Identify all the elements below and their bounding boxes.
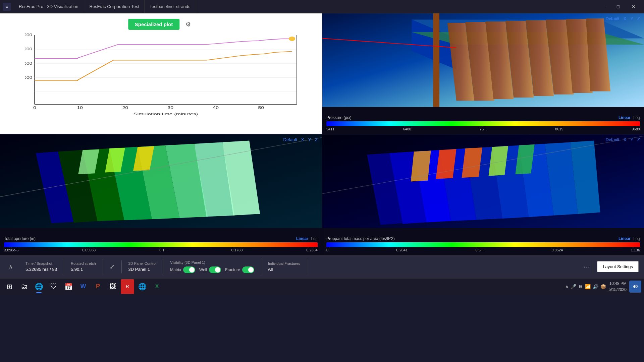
taskbar-file-explorer[interactable]: 🗂: [17, 279, 31, 294]
close-button[interactable]: ✕: [626, 0, 641, 13]
svg-rect-36: [433, 13, 439, 107]
matrix-toggle[interactable]: [183, 266, 195, 273]
well-toggle[interactable]: [209, 266, 221, 273]
proppant-linear-btn[interactable]: Linear: [619, 236, 631, 241]
pressure-3d-view[interactable]: [322, 13, 644, 107]
specialized-plot-button[interactable]: Specialized plot: [128, 19, 179, 30]
chart-toolbar: Specialized plot ⚙: [124, 16, 198, 33]
panel-control-label: 3D Panel Control: [128, 261, 157, 265]
proppant-z-view-btn[interactable]: Z: [637, 137, 640, 142]
proppant-x-view-btn[interactable]: X: [624, 137, 627, 142]
z-view-btn[interactable]: Z: [637, 16, 640, 21]
y-view-btn[interactable]: Y: [630, 16, 633, 21]
time-label: Time / Snapshot: [25, 261, 57, 265]
well-toggle-group: Well: [199, 266, 221, 273]
svg-text:30: 30: [168, 106, 173, 110]
svg-text:20: 20: [122, 106, 128, 110]
visibility-label: Visibility (3D Panel 1): [170, 260, 254, 264]
aperture-linear-btn[interactable]: Linear: [296, 236, 308, 241]
taskbar-calendar[interactable]: 📅: [62, 279, 75, 294]
pressure-colorbar-values: 5411 6480 75... 8619 9689: [326, 127, 640, 131]
proppant-panel: Default X Y Z: [322, 134, 644, 255]
pressure-panel: Default X Y Z: [322, 13, 644, 134]
taskbar-powerpoint[interactable]: P: [91, 279, 105, 294]
aperture-x-view-btn[interactable]: X: [301, 137, 304, 142]
notification-badge[interactable]: 40: [629, 281, 641, 293]
aperture-y-view-btn[interactable]: Y: [308, 137, 311, 142]
aperture-panel: Default X Y Z: [0, 134, 322, 255]
panel-control-value: 3D Panel 1: [128, 267, 157, 272]
fracture-toggle[interactable]: [242, 266, 254, 273]
individual-value: All: [268, 267, 300, 272]
svg-marker-65: [411, 150, 431, 181]
more-options-button[interactable]: ···: [580, 260, 593, 274]
dropbox-icon: 📦: [600, 284, 606, 289]
aperture-colorbar: Total aperture (in) Linear Log 3.898e-5 …: [0, 234, 322, 255]
svg-text:50: 50: [258, 106, 264, 110]
svg-text:40: 40: [213, 106, 219, 110]
time-snapshot-item: Time / Snapshot 5.32685 hrs / 83: [19, 259, 64, 275]
default-view-btn[interactable]: Default: [606, 16, 620, 21]
taskbar-edge[interactable]: 🌐: [136, 279, 149, 294]
collapse-button[interactable]: ∧: [5, 261, 16, 272]
chevron-up-icon[interactable]: ∧: [565, 284, 569, 289]
menu-icon: ≡: [5, 4, 8, 9]
taskbar-chrome[interactable]: 🌐: [32, 279, 46, 294]
svg-point-7: [289, 37, 296, 41]
visibility-toggles: Matrix Well Fracture: [170, 266, 254, 273]
maximize-button[interactable]: □: [610, 0, 626, 13]
matrix-label: Matrix: [170, 267, 181, 272]
pressure-log-btn[interactable]: Log: [633, 115, 640, 120]
pressure-linear-btn[interactable]: Linear: [619, 115, 631, 120]
proppant-colorbar: Proppant total mass per area (lbs/ft^2) …: [322, 234, 644, 255]
layout-settings-button[interactable]: Layout Settings: [597, 261, 639, 272]
svg-text:Simulation time (minutes): Simulation time (minutes): [133, 112, 198, 116]
aperture-default-view-btn[interactable]: Default: [283, 137, 297, 142]
minimize-button[interactable]: ─: [595, 0, 610, 13]
company-title: ResFrac Corporation-Test: [84, 0, 145, 13]
app-title: ResFrac Pro - 3D Visualization: [13, 0, 84, 13]
aperture-log-btn[interactable]: Log: [311, 236, 318, 241]
bottom-bar: ∧ Time / Snapshot 5.32685 hrs / 83 Rotat…: [0, 255, 644, 278]
start-button[interactable]: ⊞: [3, 279, 16, 294]
time-display: 10:48 PM: [609, 281, 627, 287]
stretch-label: Rotated stretch: [71, 261, 96, 265]
aperture-colorbar-gradient: [4, 242, 318, 247]
taskbar-word[interactable]: W: [76, 279, 90, 294]
chart-settings-button[interactable]: ⚙: [183, 19, 194, 30]
screen-icon: 🖥: [578, 284, 583, 289]
svg-text:8000: 8000: [25, 33, 32, 37]
taskbar-defender[interactable]: 🛡: [47, 279, 60, 294]
taskbar-excel[interactable]: X: [150, 279, 164, 294]
x-view-btn[interactable]: X: [624, 16, 627, 21]
fracture-toggle-group: Fracture: [225, 266, 254, 273]
aperture-3d-view[interactable]: [0, 134, 322, 228]
app-icon: ≡: [3, 3, 11, 11]
svg-text:2000: 2000: [25, 76, 32, 80]
aperture-z-view-btn[interactable]: Z: [315, 137, 318, 142]
proppant-3d-view[interactable]: [322, 134, 644, 228]
panel-control-item: 3D Panel Control 3D Panel 1: [122, 259, 164, 275]
svg-text:4000: 4000: [25, 61, 32, 65]
taskbar-photos[interactable]: 🖼: [106, 279, 119, 294]
aperture-colorbar-values: 3.898e-5 0.05963 0.1... 0.1788 0.2384: [4, 248, 318, 252]
pressure-view-controls: Default X Y Z: [606, 16, 640, 21]
individual-fractures-item: Individual Fractures All: [261, 259, 307, 275]
expand-button[interactable]: ⤢: [103, 260, 122, 273]
date-display: 5/15/2020: [609, 287, 627, 293]
main-layout: Specialized plot ⚙: [0, 13, 644, 255]
clock: 10:48 PM 5/15/2020: [609, 281, 627, 293]
taskbar-resfrac[interactable]: R: [121, 279, 134, 294]
stretch-value: 5,90,1: [71, 267, 96, 272]
pressure-colorbar-gradient: [326, 121, 640, 126]
chart-svg: 8000 6000 4000 2000 9000 8000 7000 0 10 …: [25, 32, 302, 117]
proppant-default-view-btn[interactable]: Default: [606, 137, 620, 142]
svg-text:0: 0: [33, 106, 36, 110]
proppant-y-view-btn[interactable]: Y: [630, 137, 633, 142]
svg-text:10: 10: [77, 106, 83, 110]
pressure-colorbar-title: Pressure (psi): [326, 115, 352, 120]
network-icon: 📶: [585, 284, 591, 289]
taskbar-right: ∧ 🎤 🖥 📶 🔊 📦 10:48 PM 5/15/2020 40: [565, 281, 641, 293]
volume-icon[interactable]: 🔊: [593, 284, 598, 289]
proppant-log-btn[interactable]: Log: [633, 236, 640, 241]
